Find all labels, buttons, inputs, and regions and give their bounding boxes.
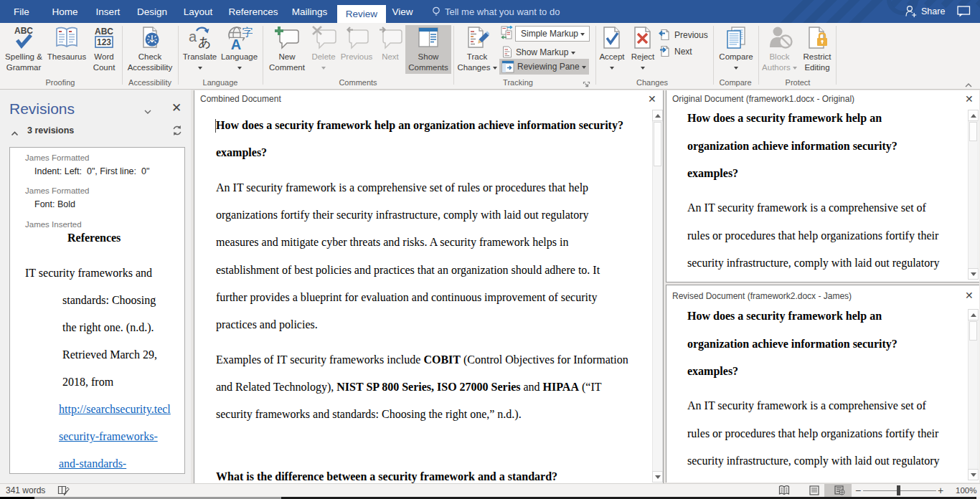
- svg-text:ABC: ABC: [14, 26, 33, 36]
- svg-text:あ: あ: [198, 35, 211, 49]
- svg-text:a: a: [189, 29, 197, 44]
- svg-text:ABC: ABC: [95, 27, 113, 37]
- svg-text:123: 123: [97, 37, 111, 47]
- svg-text:A: A: [230, 37, 240, 50]
- svg-text:字: 字: [242, 26, 253, 38]
